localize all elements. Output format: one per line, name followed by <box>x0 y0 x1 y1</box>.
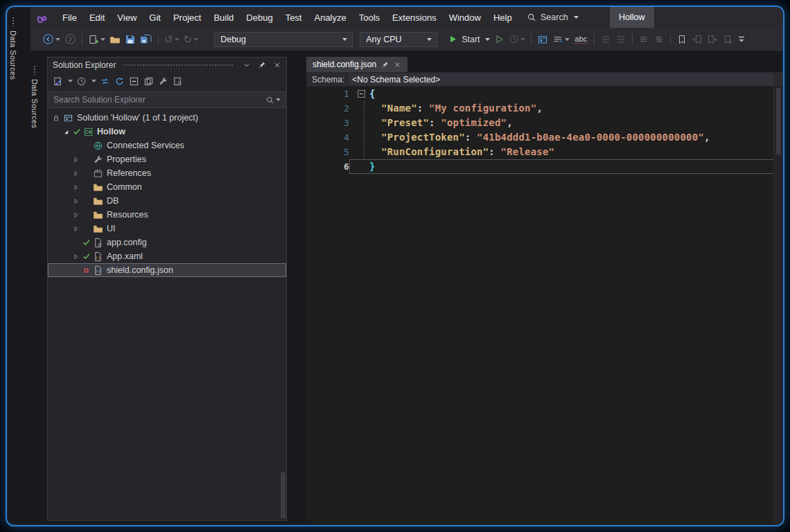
show-all-files-icon[interactable] <box>143 76 155 87</box>
schema-selector-combo[interactable]: <No Schema Selected> <box>349 73 773 85</box>
collapse-all-icon[interactable] <box>128 76 140 87</box>
code-editor[interactable]: 1{2"Name": "My configuration",3"Preset":… <box>306 87 783 525</box>
tree-item-shield-config-json[interactable]: shield.config.json <box>48 263 286 277</box>
fold-collapse-icon[interactable] <box>358 90 365 98</box>
menu-item-test[interactable]: Test <box>279 9 308 26</box>
window-position-chevron-icon[interactable] <box>240 60 252 71</box>
expander-collapsed-icon[interactable] <box>70 184 81 191</box>
save-all-button[interactable] <box>138 31 155 48</box>
uncomment-lines-button[interactable] <box>651 31 667 48</box>
sync-with-active-document-icon[interactable] <box>99 76 111 87</box>
tree-item-app-config[interactable]: app.config <box>48 236 286 249</box>
preview-selected-items-icon[interactable] <box>172 76 184 87</box>
code-line-4[interactable]: 4"ProjectToken": "41b4ddd1-b0ae-4ea0-000… <box>306 130 783 145</box>
menu-item-analyze[interactable]: Analyze <box>308 9 352 26</box>
solution-explorer-search-input[interactable]: Search Solution Explorer <box>49 91 286 108</box>
increase-indent-button[interactable] <box>613 31 629 48</box>
expander-collapsed-icon[interactable] <box>70 156 81 163</box>
separator <box>670 34 671 45</box>
editor-scrollbar[interactable] <box>773 87 783 525</box>
pin-icon[interactable] <box>256 60 267 71</box>
search-icon <box>527 12 536 22</box>
code-line-3[interactable]: 3"Preset": "optimized", <box>306 116 783 130</box>
complete-word-button[interactable]: abc <box>572 31 591 48</box>
start-debugging-button[interactable]: Start <box>446 34 492 44</box>
menu-item-help[interactable]: Help <box>487 9 518 26</box>
fold-margin <box>358 159 369 174</box>
save-button[interactable] <box>123 31 138 48</box>
solution-configurations-combo[interactable]: Debug <box>214 32 353 47</box>
tree-item-ui[interactable]: UI <box>48 222 286 236</box>
menu-item-debug[interactable]: Debug <box>240 9 279 26</box>
tree-item-label: Resources <box>107 210 148 220</box>
tree-item-connected-services[interactable]: Connected Services <box>48 139 286 152</box>
redo-button[interactable]: ↻ <box>182 31 201 48</box>
expander-collapsed-icon[interactable] <box>70 253 81 260</box>
tree-item-resources[interactable]: Resources <box>48 208 286 222</box>
close-icon[interactable] <box>271 60 283 71</box>
show-output-list-button[interactable] <box>550 31 572 48</box>
expander-expanded-icon[interactable] <box>60 128 71 136</box>
menu-item-view[interactable]: View <box>111 9 143 26</box>
tree-item-references[interactable]: References <box>48 166 286 180</box>
navigate-forward-button[interactable] <box>62 31 78 48</box>
previous-bookmark-button[interactable] <box>690 31 705 48</box>
expander-collapsed-icon[interactable] <box>70 170 81 177</box>
tree-item-db[interactable]: DB <box>48 194 286 208</box>
profiler-button[interactable] <box>507 31 527 48</box>
code-text: "RunConfiguration": "Release" <box>369 145 554 159</box>
switch-views-icon[interactable] <box>52 76 64 87</box>
expander-collapsed-icon[interactable] <box>70 225 81 233</box>
code-line-1[interactable]: 1{ <box>306 87 783 101</box>
tree-item-app-xaml[interactable]: App.xaml <box>48 249 286 263</box>
solution-explorer-scrollbar[interactable] <box>281 472 286 518</box>
refresh-icon[interactable] <box>114 76 125 87</box>
chevron-down-icon <box>485 38 490 41</box>
toolbar-overflow-button[interactable] <box>735 31 748 48</box>
navigate-back-button[interactable] <box>40 31 62 48</box>
expander-collapsed-icon[interactable] <box>70 197 81 205</box>
tab-shield-config-json[interactable]: shield.config.json <box>306 57 407 72</box>
code-line-2[interactable]: 2"Name": "My configuration", <box>306 101 783 116</box>
pending-changes-filter-icon[interactable] <box>76 76 87 87</box>
diagnostics-window-button[interactable] <box>535 31 550 48</box>
menu-item-extensions[interactable]: Extensions <box>386 9 443 26</box>
search-control[interactable]: Search <box>521 10 584 25</box>
close-icon[interactable] <box>394 61 401 69</box>
menu-item-tools[interactable]: Tools <box>353 9 386 26</box>
decrease-indent-button[interactable] <box>598 31 613 48</box>
dock-tab-data-sources-2[interactable]: Data Sources <box>30 65 39 128</box>
clear-bookmarks-button[interactable] <box>720 31 735 48</box>
menu-item-edit[interactable]: Edit <box>83 9 111 26</box>
menu-item-build[interactable]: Build <box>207 9 240 26</box>
comment-lines-button[interactable] <box>636 31 651 48</box>
code-line-5[interactable]: 5"RunConfiguration": "Release" <box>306 145 783 159</box>
tree-item-common[interactable]: Common <box>48 180 286 194</box>
pin-icon[interactable] <box>381 61 389 69</box>
next-bookmark-button[interactable] <box>705 31 720 48</box>
solution-platforms-combo[interactable]: Any CPU <box>360 32 437 47</box>
tree-item-hollow[interactable]: C#Hollow <box>48 125 286 139</box>
dock-tab-data-sources-1[interactable]: Data Sources <box>9 17 17 80</box>
menu-item-file[interactable]: File <box>56 9 83 26</box>
properties-icon[interactable] <box>157 76 169 87</box>
search-placeholder: Search Solution Explorer <box>53 95 265 105</box>
toggle-bookmark-button[interactable] <box>674 31 690 48</box>
open-file-button[interactable] <box>107 31 123 48</box>
scrollbar-thumb[interactable] <box>776 88 781 154</box>
menu-item-window[interactable]: Window <box>443 9 487 26</box>
tree-item-solution-hollow-1-of-1-project[interactable]: Solution 'Hollow' (1 of 1 project) <box>48 111 286 125</box>
menu-item-git[interactable]: Git <box>143 9 167 26</box>
solution-explorer-toolbar <box>48 72 286 90</box>
undo-button[interactable]: ↺ <box>162 31 182 48</box>
start-without-debugging-button[interactable] <box>493 31 507 48</box>
expander-collapsed-icon[interactable] <box>70 211 81 219</box>
new-project-button[interactable] <box>86 31 107 48</box>
menu-item-project[interactable]: Project <box>167 9 207 26</box>
code-line-6[interactable]: 6} <box>306 159 783 174</box>
title-solution-badge[interactable]: Hollow <box>610 7 654 28</box>
schema-label: Schema: <box>312 75 344 85</box>
chevron-down-icon <box>100 38 105 41</box>
solution-explorer-titlebar[interactable]: Solution Explorer <box>48 57 286 72</box>
tree-item-properties[interactable]: Properties <box>48 152 286 166</box>
